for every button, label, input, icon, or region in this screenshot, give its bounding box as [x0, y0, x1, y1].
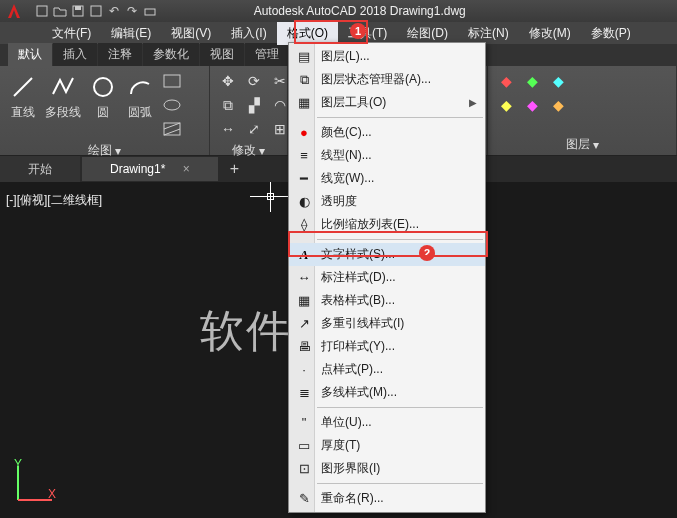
menu-modify[interactable]: 修改(M) [519, 22, 581, 45]
ucs-icon: XY [10, 458, 60, 508]
menu-parametric[interactable]: 参数(P) [581, 22, 641, 45]
menu-item-ptstyle[interactable]: ·点样式(P)... [289, 358, 485, 381]
menu-item-label: 图层(L)... [321, 48, 370, 65]
menu-item-dimstyle[interactable]: ↔标注样式(D)... [289, 266, 485, 289]
menu-view[interactable]: 视图(V) [161, 22, 221, 45]
menu-item-label: 图层状态管理器(A)... [321, 71, 431, 88]
menu-insert[interactable]: 插入(I) [221, 22, 276, 45]
ribbon-tab-default[interactable]: 默认 [8, 43, 52, 66]
polyline-button[interactable]: 多段线 [43, 70, 83, 123]
ribbon-tab-parametric[interactable]: 参数化 [143, 43, 199, 66]
saveas-icon[interactable] [88, 3, 104, 19]
layer-icon[interactable]: ◆ [494, 94, 518, 116]
dimstyle-icon: ↔ [295, 270, 313, 286]
copy-icon[interactable]: ⧉ [216, 94, 240, 116]
new-tab-button[interactable]: + [220, 160, 249, 178]
layer-icon[interactable]: ◆ [520, 94, 544, 116]
file-tab-start[interactable]: 开始 [0, 156, 80, 183]
undo-icon[interactable]: ↶ [106, 3, 122, 19]
menu-item-tblstyle[interactable]: ▦表格样式(B)... [289, 289, 485, 312]
arc-button[interactable]: 圆弧 [123, 70, 157, 123]
svg-rect-9 [164, 123, 180, 135]
layertools-icon: ▦ [295, 95, 313, 111]
ribbon-tab-insert[interactable]: 插入 [53, 43, 97, 66]
scale-icon: ⟠ [295, 217, 313, 233]
line-button[interactable]: 直线 [6, 70, 40, 123]
menu-item-layerstate[interactable]: ⧉图层状态管理器(A)... [289, 68, 485, 91]
layer-icon[interactable]: ◆ [494, 70, 518, 92]
scale-icon[interactable]: ⤢ [242, 118, 266, 140]
ellipse-icon[interactable] [160, 94, 184, 116]
svg-rect-7 [164, 75, 180, 87]
ribbon-tab-annotate[interactable]: 注释 [98, 43, 142, 66]
open-icon[interactable] [52, 3, 68, 19]
menu-item-mlstyle[interactable]: ≣多线样式(M)... [289, 381, 485, 404]
move-icon[interactable]: ✥ [216, 70, 240, 92]
rect-icon[interactable] [160, 70, 184, 92]
app-logo[interactable] [4, 1, 30, 21]
circle-button[interactable]: 圆 [86, 70, 120, 123]
layer-icon[interactable]: ◆ [546, 70, 570, 92]
layer-icon[interactable]: ◆ [520, 70, 544, 92]
mleader-icon: ↗ [295, 316, 313, 332]
rotate-icon[interactable]: ⟳ [242, 70, 266, 92]
line-icon [8, 72, 38, 102]
submenu-arrow-icon: ▶ [469, 97, 477, 108]
menu-item-textstyle[interactable]: A文字样式(S)...2 [289, 243, 485, 266]
svg-rect-4 [145, 9, 155, 15]
layers-icon: ▤ [295, 49, 313, 65]
layerstate-icon: ⧉ [295, 72, 313, 88]
save-icon[interactable] [70, 3, 86, 19]
menu-item-mleader[interactable]: ↗多重引线样式(I) [289, 312, 485, 335]
quick-access-toolbar: ↶ ↷ [34, 3, 158, 19]
hatch-icon[interactable] [160, 118, 184, 140]
menu-item-rename[interactable]: ✎重命名(R)... [289, 487, 485, 510]
new-icon[interactable] [34, 3, 50, 19]
svg-rect-2 [75, 6, 81, 10]
chevron-down-icon[interactable]: ▾ [259, 144, 265, 158]
svg-text:Y: Y [14, 458, 22, 471]
mirror-icon[interactable]: ▞ [242, 94, 266, 116]
menu-item-limits[interactable]: ⊡图形界限(I) [289, 457, 485, 480]
file-tab-drawing1[interactable]: Drawing1* × [82, 157, 218, 181]
menu-item-units[interactable]: "单位(U)... [289, 411, 485, 434]
viewport-label[interactable]: [-][俯视][二维线框] [6, 192, 102, 209]
menu-item-label: 颜色(C)... [321, 124, 372, 141]
units-icon: " [295, 415, 313, 431]
menu-item-layers[interactable]: ▤图层(L)... [289, 45, 485, 68]
chevron-down-icon[interactable]: ▾ [115, 144, 121, 158]
title-bar: ↶ ↷ Autodesk AutoCAD 2018 Drawing1.dwg [0, 0, 677, 22]
annotation-callout-1: 1 [350, 23, 366, 39]
layer-icon[interactable]: ◆ [546, 94, 570, 116]
menu-item-scale[interactable]: ⟠比例缩放列表(E)... [289, 213, 485, 236]
menu-item-thick[interactable]: ▭厚度(T) [289, 434, 485, 457]
format-dropdown-menu: ▤图层(L)...⧉图层状态管理器(A)...▦图层工具(O)▶●颜色(C)..… [288, 42, 486, 513]
polyline-icon [48, 72, 78, 102]
menu-item-label: 线型(N)... [321, 147, 372, 164]
ribbon-tab-manage[interactable]: 管理 [245, 43, 289, 66]
menu-item-label: 点样式(P)... [321, 361, 383, 378]
menu-item-ltype[interactable]: ≡线型(N)... [289, 144, 485, 167]
ribbon-tab-view[interactable]: 视图 [200, 43, 244, 66]
redo-icon[interactable]: ↷ [124, 3, 140, 19]
svg-point-8 [164, 100, 180, 110]
svg-point-6 [94, 78, 112, 96]
menu-item-label: 比例缩放列表(E)... [321, 216, 419, 233]
menu-item-label: 标注样式(D)... [321, 269, 396, 286]
menu-item-lweight[interactable]: ━线宽(W)... [289, 167, 485, 190]
svg-text:X: X [48, 487, 56, 501]
chevron-down-icon[interactable]: ▾ [593, 138, 599, 152]
menu-edit[interactable]: 编辑(E) [101, 22, 161, 45]
svg-rect-0 [37, 6, 47, 16]
menu-item-trans[interactable]: ◐透明度 [289, 190, 485, 213]
menu-item-layertools[interactable]: ▦图层工具(O)▶ [289, 91, 485, 114]
svg-line-5 [14, 78, 32, 96]
plot-icon: 🖶 [295, 339, 313, 355]
menu-item-color[interactable]: ●颜色(C)... [289, 121, 485, 144]
menu-item-plot[interactable]: 🖶打印样式(Y)... [289, 335, 485, 358]
menu-item-label: 文字样式(S)... [321, 246, 395, 263]
print-icon[interactable] [142, 3, 158, 19]
close-icon[interactable]: × [183, 162, 190, 176]
menu-file[interactable]: 文件(F) [42, 22, 101, 45]
stretch-icon[interactable]: ↔ [216, 118, 240, 140]
